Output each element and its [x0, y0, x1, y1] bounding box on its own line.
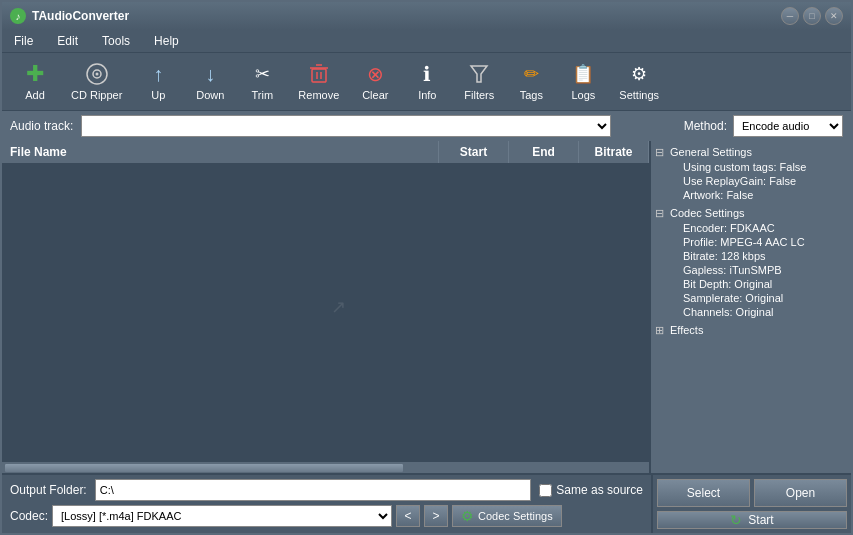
horizontal-scrollbar[interactable]	[2, 461, 649, 473]
svg-point-2	[95, 73, 98, 76]
info-label: Info	[418, 89, 436, 101]
clear-button[interactable]: ⊗ Clear	[350, 57, 400, 106]
down-button[interactable]: ↓ Down	[185, 57, 235, 106]
bottom-area: Output Folder: Same as source Codec: [Lo…	[2, 473, 851, 533]
audio-track-bar: Audio track: Method: Encode audio	[2, 111, 851, 141]
remove-button[interactable]: Remove	[289, 57, 348, 106]
open-button[interactable]: Open	[754, 479, 847, 507]
audio-track-select[interactable]	[81, 115, 611, 137]
codec-settings-button[interactable]: ⚙ Codec Settings	[452, 505, 562, 527]
menu-file[interactable]: File	[10, 32, 37, 50]
logs-button[interactable]: 📋 Logs	[558, 57, 608, 106]
logs-label: Logs	[571, 89, 595, 101]
setting-encoder-label: Encoder: FDKAAC	[683, 222, 775, 234]
setting-bit-depth: Bit Depth: Original	[655, 277, 847, 291]
codec-settings-header[interactable]: ⊟ Codec Settings	[655, 206, 847, 221]
output-folder-label: Output Folder:	[10, 483, 87, 497]
select-button[interactable]: Select	[657, 479, 750, 507]
effects-header[interactable]: ⊞ Effects	[655, 323, 847, 338]
codec-prev-button[interactable]: <	[396, 505, 420, 527]
add-icon: ✚	[23, 62, 47, 86]
up-icon: ↑	[146, 62, 170, 86]
add-label: Add	[25, 89, 45, 101]
same-as-source-label: Same as source	[556, 483, 643, 497]
effects-expand-icon[interactable]: ⊞	[655, 324, 667, 337]
settings-label: Settings	[619, 89, 659, 101]
title-bar-left: ♪ TAudioConverter	[10, 8, 129, 24]
title-bar: ♪ TAudioConverter ─ □ ✕	[2, 2, 851, 30]
start-icon: ↻	[730, 512, 742, 528]
setting-profile: Profile: MPEG-4 AAC LC	[655, 235, 847, 249]
col-end: End	[509, 141, 579, 163]
bottom-right: Select Open ↻ Start	[651, 475, 851, 533]
title-controls: ─ □ ✕	[781, 7, 843, 25]
select-open-row: Select Open	[657, 479, 847, 507]
setting-encoder: Encoder: FDKAAC	[655, 221, 847, 235]
trim-icon: ✂	[250, 62, 274, 86]
setting-profile-label: Profile: MPEG-4 AAC LC	[683, 236, 805, 248]
down-label: Down	[196, 89, 224, 101]
codec-settings-icon: ⚙	[461, 508, 474, 524]
cd-ripper-button[interactable]: CD Ripper	[62, 57, 131, 106]
general-expand-icon[interactable]: ⊟	[655, 146, 667, 159]
up-label: Up	[151, 89, 165, 101]
cursor-placeholder: ↗	[331, 296, 346, 318]
window-title: TAudioConverter	[32, 9, 129, 23]
trim-button[interactable]: ✂ Trim	[237, 57, 287, 106]
col-bitrate: Bitrate	[579, 141, 649, 163]
setting-bitrate-label: Bitrate: 128 kbps	[683, 250, 766, 262]
setting-samplerate-label: Samplerate: Original	[683, 292, 783, 304]
settings-button[interactable]: ⚙ Settings	[610, 57, 668, 106]
main-area: File Name Start End Bitrate ↗ ⊟ General …	[2, 141, 851, 473]
logs-icon: 📋	[571, 62, 595, 86]
scroll-thumb[interactable]	[4, 463, 404, 473]
info-button[interactable]: ℹ Info	[402, 57, 452, 106]
bottom-left: Output Folder: Same as source Codec: [Lo…	[2, 475, 651, 533]
setting-bit-depth-label: Bit Depth: Original	[683, 278, 772, 290]
codec-next-button[interactable]: >	[424, 505, 448, 527]
tags-icon: ✏	[519, 62, 543, 86]
settings-icon: ⚙	[627, 62, 651, 86]
up-button[interactable]: ↑ Up	[133, 57, 183, 106]
down-icon: ↓	[198, 62, 222, 86]
codec-select[interactable]: [Lossy] [*.m4a] FDKAAC	[52, 505, 392, 527]
col-filename: File Name	[2, 141, 439, 163]
cd-ripper-icon	[85, 62, 109, 86]
tags-button[interactable]: ✏ Tags	[506, 57, 556, 106]
setting-samplerate: Samplerate: Original	[655, 291, 847, 305]
file-list-body[interactable]: ↗	[2, 164, 649, 461]
main-window: ♪ TAudioConverter ─ □ ✕ File Edit Tools …	[0, 0, 853, 535]
info-icon: ℹ	[415, 62, 439, 86]
add-button[interactable]: ✚ Add	[10, 57, 60, 106]
close-button[interactable]: ✕	[825, 7, 843, 25]
menu-help[interactable]: Help	[150, 32, 183, 50]
remove-icon	[307, 62, 331, 86]
menu-edit[interactable]: Edit	[53, 32, 82, 50]
codec-expand-icon[interactable]: ⊟	[655, 207, 667, 220]
codec-label: Codec:	[10, 509, 48, 523]
col-start: Start	[439, 141, 509, 163]
method-select[interactable]: Encode audio	[733, 115, 843, 137]
same-as-source-container: Same as source	[539, 483, 643, 497]
menu-tools[interactable]: Tools	[98, 32, 134, 50]
general-settings-label: General Settings	[670, 146, 752, 158]
svg-marker-8	[471, 66, 487, 82]
codec-settings-label: Codec Settings	[478, 510, 553, 522]
setting-gapless-label: Gapless: iTunSMPB	[683, 264, 782, 276]
setting-channels-label: Channels: Original	[683, 306, 774, 318]
setting-custom-tags: Using custom tags: False	[655, 160, 847, 174]
setting-replaygain: Use ReplayGain: False	[655, 174, 847, 188]
same-as-source-checkbox[interactable]	[539, 484, 552, 497]
start-button[interactable]: ↻ Start	[657, 511, 847, 529]
codec-settings-label: Codec Settings	[670, 207, 745, 219]
minimize-button[interactable]: ─	[781, 7, 799, 25]
remove-label: Remove	[298, 89, 339, 101]
file-list-header: File Name Start End Bitrate	[2, 141, 649, 164]
clear-label: Clear	[362, 89, 388, 101]
general-settings-header[interactable]: ⊟ General Settings	[655, 145, 847, 160]
filters-button[interactable]: Filters	[454, 57, 504, 106]
setting-bitrate: Bitrate: 128 kbps	[655, 249, 847, 263]
filters-icon	[467, 62, 491, 86]
maximize-button[interactable]: □	[803, 7, 821, 25]
output-folder-input[interactable]	[95, 479, 532, 501]
